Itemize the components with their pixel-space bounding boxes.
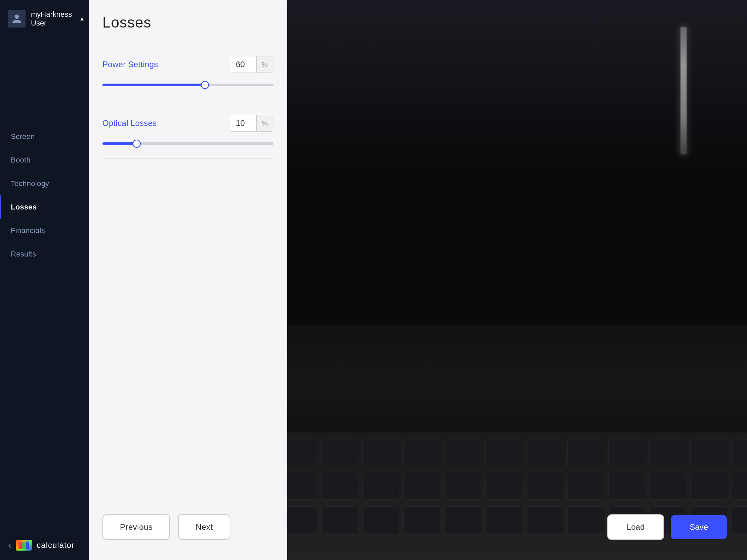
sidebar-item-financials[interactable]: Financials xyxy=(0,219,89,242)
sidebar-footer: ‹ calculator xyxy=(0,530,89,560)
avatar xyxy=(8,10,26,28)
power-settings-input[interactable] xyxy=(229,56,256,73)
power-settings-unit: % xyxy=(256,56,273,73)
sidebar-item-losses[interactable]: Losses xyxy=(0,195,89,219)
power-settings-slider-container xyxy=(102,82,274,88)
next-button[interactable]: Next xyxy=(178,514,230,540)
action-buttons: Load Save xyxy=(607,514,727,540)
user-dropdown-icon[interactable]: ▲ xyxy=(79,16,85,22)
sidebar-item-screen[interactable]: Screen xyxy=(0,125,89,149)
sidebar-nav: Screen Booth Technology Losses Financial… xyxy=(0,125,89,266)
sidebar-item-booth[interactable]: Booth xyxy=(0,149,89,172)
save-button[interactable]: Save xyxy=(671,515,727,539)
app-logo xyxy=(16,540,32,551)
power-settings-slider-track xyxy=(102,84,274,86)
svg-rect-2 xyxy=(26,541,29,549)
optical-losses-slider-thumb[interactable] xyxy=(133,140,141,148)
previous-button[interactable]: Previous xyxy=(102,514,170,540)
optical-losses-block: Optical Losses % xyxy=(102,100,274,159)
panel-footer: Previous Next xyxy=(89,498,287,560)
right-scene: Load Save xyxy=(287,0,747,560)
power-settings-slider-fill xyxy=(102,84,205,86)
optical-losses-input-group: % xyxy=(229,115,274,132)
panel-content: Power Settings % Optical Losses % xyxy=(89,41,287,498)
svg-rect-0 xyxy=(19,541,22,549)
back-icon[interactable]: ‹ xyxy=(8,540,11,551)
optical-losses-unit: % xyxy=(256,115,273,132)
main-panel: Losses Power Settings % Optical Losses xyxy=(89,0,287,560)
optical-losses-slider-fill xyxy=(102,142,137,145)
user-name[interactable]: myHarkness User xyxy=(31,10,72,28)
optical-losses-slider-container xyxy=(102,141,274,146)
power-settings-block: Power Settings % xyxy=(102,41,274,100)
svg-rect-1 xyxy=(22,541,26,549)
sidebar-item-results[interactable]: Results xyxy=(0,242,89,266)
scene-gradient xyxy=(287,0,747,168)
sidebar-header: myHarkness User ▲ xyxy=(0,0,89,37)
power-settings-slider-thumb[interactable] xyxy=(201,81,209,89)
power-settings-label: Power Settings xyxy=(102,60,158,69)
app-title: calculator xyxy=(36,540,75,550)
scene-light-strip xyxy=(680,27,687,155)
sidebar: myHarkness User ▲ Screen Booth Technolog… xyxy=(0,0,89,560)
sidebar-item-technology[interactable]: Technology xyxy=(0,172,89,195)
power-settings-row: Power Settings % xyxy=(102,56,274,73)
optical-losses-label: Optical Losses xyxy=(102,118,157,128)
page-title: Losses xyxy=(89,0,287,41)
optical-losses-slider-track xyxy=(102,142,274,145)
optical-losses-input[interactable] xyxy=(229,115,256,132)
optical-losses-row: Optical Losses % xyxy=(102,115,274,132)
load-button[interactable]: Load xyxy=(607,514,664,540)
power-settings-input-group: % xyxy=(229,56,274,73)
